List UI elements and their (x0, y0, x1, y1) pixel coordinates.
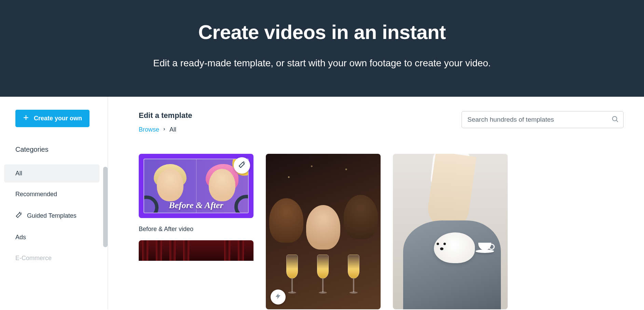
sidebar-item-guided-templates[interactable]: Guided Templates (4, 206, 99, 226)
sidebar: Create your own Categories All Recommend… (0, 97, 108, 309)
magic-wand-icon (238, 161, 246, 170)
hero-subtitle: Edit a ready-made template, or start wit… (153, 58, 491, 69)
create-button-label: Create your own (34, 115, 82, 122)
hero-banner: Create videos in an instant Edit a ready… (0, 0, 644, 97)
sidebar-item-ads[interactable]: Ads (4, 228, 99, 246)
sidebar-item-ecommerce[interactable]: E-Commerce (4, 249, 99, 267)
sidebar-item-label: E-Commerce (15, 255, 52, 262)
categories-heading: Categories (15, 146, 99, 153)
categories-list: All Recommended Guided Templates Ads E-C… (4, 164, 99, 267)
sidebar-item-label: Guided Templates (27, 212, 77, 219)
template-card-partial[interactable] (139, 240, 254, 261)
guided-badge (234, 157, 250, 174)
svg-line-3 (616, 120, 618, 122)
quick-badge (271, 289, 286, 305)
hero-title: Create videos in an instant (198, 21, 446, 43)
template-card-cozy[interactable] (393, 154, 508, 309)
breadcrumb-current: All (169, 126, 176, 133)
sidebar-item-all[interactable]: All (4, 164, 99, 183)
main-content: Edit a template Browse All (108, 97, 644, 309)
template-card-party[interactable] (266, 154, 381, 309)
template-label: Before & After video (139, 226, 254, 233)
sidebar-item-label: Ads (15, 234, 26, 241)
search-input[interactable] (462, 111, 624, 128)
sidebar-scrollbar[interactable] (103, 167, 108, 247)
template-overlay-text: Before & After (144, 200, 248, 211)
section-title: Edit a template (139, 111, 192, 120)
sidebar-item-recommended[interactable]: Recommended (4, 185, 99, 203)
breadcrumb: Browse All (139, 126, 192, 133)
template-search (462, 111, 624, 128)
template-card-before-after[interactable]: Before & After (139, 154, 254, 218)
plus-icon (23, 114, 29, 122)
sidebar-item-label: Recommended (15, 191, 57, 198)
sidebar-item-label: All (15, 170, 22, 177)
search-icon (611, 115, 619, 124)
templates-grid: Before & After Before & After video (139, 154, 624, 309)
chevron-right-icon (163, 126, 166, 133)
magic-wand-icon (15, 212, 22, 220)
template-thumbnail: Before & After (143, 159, 249, 213)
create-your-own-button[interactable]: Create your own (15, 110, 90, 127)
lightning-icon (275, 293, 282, 301)
breadcrumb-browse-link[interactable]: Browse (139, 126, 159, 133)
dog-illustration (434, 232, 475, 263)
